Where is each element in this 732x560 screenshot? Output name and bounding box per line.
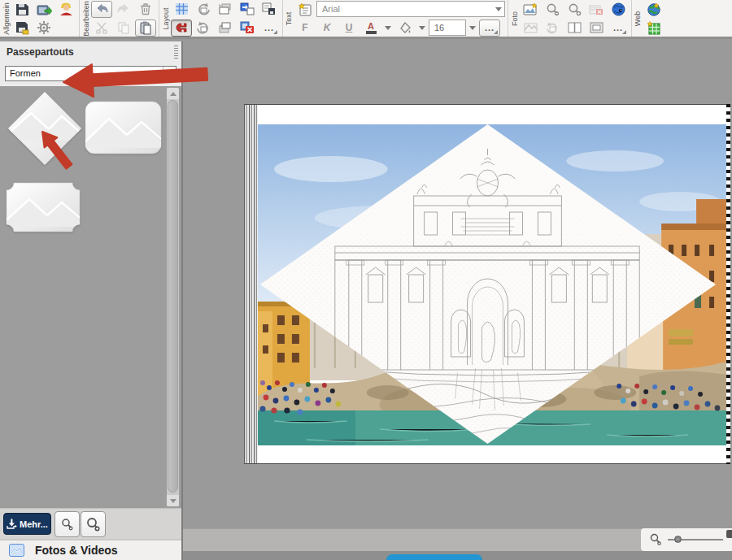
formen-dropdown-button[interactable] [163, 67, 176, 80]
magnifier-plus-icon [85, 517, 101, 532]
italic-button[interactable]: K [316, 20, 338, 37]
shape-thumb-ticket[interactable] [5, 181, 81, 233]
magnet-icon [175, 21, 188, 34]
save-button[interactable] [11, 1, 33, 18]
page-spread[interactable] [244, 104, 730, 464]
split-frame-button[interactable] [564, 20, 585, 37]
chevron-down-icon [385, 26, 391, 30]
font-family-combo[interactable]: Arial [316, 1, 505, 17]
underline-label: U [346, 22, 353, 33]
effect-remove-button[interactable]: EPT [586, 1, 607, 18]
split-frame-icon [568, 22, 582, 33]
font-color-swatch [366, 31, 377, 34]
open-project-icon [37, 2, 52, 16]
mehr-button[interactable]: Mehr... [3, 513, 51, 535]
panel-grip-handle[interactable] [174, 46, 178, 59]
bold-label: F [302, 22, 307, 33]
chevron-down-icon [495, 7, 502, 11]
shape-thumb-diamond[interactable] [7, 90, 83, 167]
rotate-ccw-icon [196, 2, 211, 15]
rotate-photo-icon [546, 22, 560, 34]
font-color-dropdown-button[interactable] [382, 20, 394, 37]
web-grid-button[interactable] [643, 20, 664, 37]
foto-more-button[interactable]: ... [608, 20, 629, 37]
settings-gear-icon [37, 20, 51, 35]
add-photo-icon [523, 2, 538, 15]
rotate-ccw-button[interactable] [193, 1, 214, 18]
apply-layout-icon [240, 2, 255, 15]
fill-color-button[interactable] [394, 20, 416, 37]
photo-zoom-in-button[interactable] [564, 1, 585, 18]
send-backward-button[interactable] [215, 20, 236, 37]
magnet-button[interactable] [171, 20, 192, 37]
add-photo-button[interactable] [520, 1, 541, 18]
zoom-slider-handle[interactable] [674, 536, 682, 543]
page-edge-marker [726, 104, 730, 464]
chevron-down-icon [419, 26, 425, 30]
italic-label: K [324, 22, 331, 33]
panel-footer: Mehr... [0, 508, 181, 539]
web-globe-button[interactable] [643, 1, 664, 18]
open-project-button[interactable] [33, 1, 54, 18]
delete-layout-icon [240, 21, 255, 34]
bold-button[interactable]: F [294, 20, 316, 37]
delete-layout-button[interactable] [237, 20, 258, 37]
zoom-slider[interactable] [668, 536, 723, 544]
workspace-canvas[interactable] [183, 41, 732, 560]
cut-button[interactable] [91, 20, 112, 37]
shape-thumb-rounded-rectangle[interactable] [85, 101, 162, 154]
avatar-button[interactable] [55, 1, 76, 18]
panel-header: Passepartouts [0, 41, 181, 63]
fill-color-dropdown-button[interactable] [416, 20, 428, 37]
copy-button[interactable] [113, 20, 134, 37]
redo-button[interactable] [113, 1, 134, 18]
rotate-cw-button[interactable] [193, 20, 214, 37]
web-grid-icon [647, 21, 661, 35]
text-properties-button[interactable] [294, 1, 316, 18]
text-more-button[interactable]: ... [479, 20, 500, 37]
font-color-button[interactable]: A [360, 20, 381, 37]
underline-button[interactable]: U [338, 20, 359, 37]
paste-button[interactable] [135, 20, 156, 37]
font-family-dropdown-button[interactable] [492, 2, 504, 16]
triangle-up-icon [170, 92, 176, 96]
grid-icon [175, 2, 189, 15]
shapes-list [0, 86, 181, 508]
bring-forward-button[interactable] [215, 1, 236, 18]
undo-button[interactable] [91, 1, 112, 18]
globe-camera-icon [612, 2, 625, 16]
rotate-photo-button[interactable] [542, 20, 563, 37]
frame-button[interactable] [586, 20, 607, 37]
font-size-dropdown-button[interactable] [467, 20, 478, 37]
save-as-button[interactable] [11, 20, 33, 37]
scrollbar-thumb[interactable] [168, 100, 178, 493]
toolbar-group-allgemein: Allgemein [0, 0, 80, 37]
thumbnails-smaller-button[interactable] [54, 511, 80, 537]
zoom-magnifier-icon [649, 533, 662, 546]
group-label-wrap: Bearbeiten [81, 0, 91, 37]
scroll-down-button[interactable] [167, 495, 179, 506]
grid-button[interactable] [171, 1, 192, 18]
photo-zoom-out-button[interactable] [542, 1, 563, 18]
scroll-up-button[interactable] [167, 88, 179, 99]
globe-camera-button[interactable] [608, 1, 629, 18]
formen-dropdown[interactable]: Formen [5, 66, 176, 81]
layout-more-button[interactable]: ... [259, 20, 280, 37]
photos-videos-label: Fotos & Videos [35, 544, 118, 557]
shapes-scrollbar[interactable] [167, 88, 179, 506]
group-label-layout: Layout [162, 7, 170, 29]
delete-button[interactable] [135, 1, 156, 18]
save-layout-button[interactable] [259, 1, 280, 18]
copy-icon [117, 21, 130, 34]
crop-button[interactable] [520, 20, 541, 37]
apply-layout-button[interactable] [237, 1, 258, 18]
settings-button[interactable] [33, 20, 54, 37]
photo-zoom-in-icon [568, 2, 582, 16]
thumbnails-larger-button[interactable] [81, 511, 106, 537]
save-icon [15, 2, 29, 16]
save-as-icon [15, 21, 29, 35]
photos-videos-section-header[interactable]: Fotos & Videos [0, 539, 181, 560]
photo-trevi-fountain[interactable] [258, 124, 726, 445]
font-size-combo[interactable]: 16 [429, 20, 466, 36]
chevron-down-icon [469, 26, 476, 30]
